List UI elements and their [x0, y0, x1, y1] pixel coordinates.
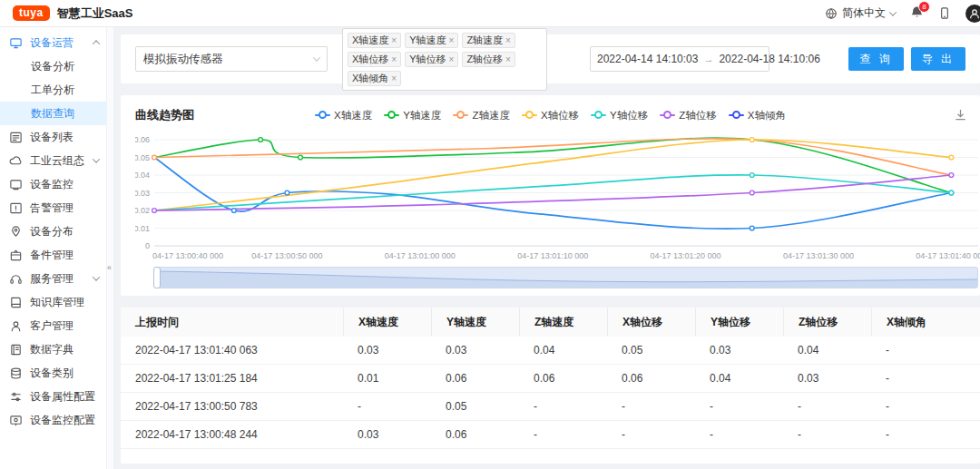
tag-remove-icon[interactable]: × — [449, 35, 455, 45]
tuya-logo[interactable]: tuya ◌ — [13, 5, 50, 21]
metric-tag[interactable]: X轴速度× — [348, 33, 401, 48]
sidebar-item-workorder-analysis[interactable]: 工单分析 — [0, 78, 106, 102]
svg-text:0: 0 — [145, 241, 150, 250]
sidebar-collapse-handle[interactable]: « — [106, 27, 113, 469]
table-cell: - — [695, 400, 783, 413]
column-header: Y轴速度 — [431, 308, 519, 337]
sidebar-item-device-monitor-config[interactable]: 设备监控配置 — [0, 408, 106, 432]
chart-legend: X轴速度 Y轴速度 Z轴速度 X轴位移 Y轴位移 Z轴位移 X轴倾角 — [121, 104, 980, 126]
sidebar-item-label: 工单分析 — [31, 83, 74, 98]
topbar-actions: 简体中文 8 — [825, 5, 971, 23]
table-cell: 0.03 — [783, 372, 871, 385]
trend-chart-svg: 00.010.020.030.040.050.0604-17 13:00:40 … — [135, 126, 980, 264]
sidebar-item-alarm-management[interactable]: 告警管理 — [0, 196, 106, 220]
table-row[interactable]: 2022-04-17 13:00:48 2440.030.06----- — [121, 421, 980, 449]
table-cell: - — [783, 400, 871, 413]
sidebar-item-device-monitor[interactable]: 设备监控 — [0, 172, 106, 196]
query-button[interactable]: 查 询 — [848, 47, 903, 71]
legend-label: X轴位移 — [541, 109, 579, 122]
notifications-button[interactable]: 8 — [910, 5, 924, 22]
table-cell: - — [607, 400, 695, 413]
legend-item[interactable]: X轴位移 — [522, 109, 579, 122]
table-cell: 0.03 — [695, 344, 783, 357]
language-switcher[interactable]: 简体中文 — [825, 5, 896, 21]
sidebar-item-device-analysis[interactable]: 设备分析 — [0, 54, 106, 78]
chevron-down-icon — [313, 54, 320, 61]
tag-remove-icon[interactable]: × — [391, 73, 397, 83]
datazoom-slider[interactable] — [154, 267, 978, 288]
metric-multiselect[interactable]: X轴速度×Y轴速度×Z轴速度×X轴位移×Y轴位移×Z轴位移×X轴倾角× — [342, 28, 547, 91]
table-cell: 0.06 — [607, 372, 695, 385]
app-title: 智慧工业SaaS — [57, 5, 133, 22]
tag-remove-icon[interactable]: × — [391, 35, 397, 45]
legend-item[interactable]: X轴速度 — [315, 109, 372, 122]
sidebar-item-knowledge-base[interactable]: 知识库管理 — [0, 290, 106, 314]
notification-badge: 8 — [918, 1, 930, 13]
metric-tag-label: Y轴速度 — [409, 34, 446, 47]
table-row[interactable]: 2022-04-17 13:01:25 1840.010.060.060.060… — [121, 365, 980, 393]
metric-tag[interactable]: X轴位移× — [348, 52, 401, 67]
device-monitor-icon — [9, 178, 23, 191]
sidebar-item-industrial-cloud-scada[interactable]: 工业云组态 — [0, 149, 106, 172]
table-row[interactable]: 2022-04-17 13:01:40 0630.030.030.040.050… — [121, 337, 980, 365]
download-icon[interactable] — [954, 108, 967, 122]
metric-tag[interactable]: X轴倾角× — [348, 71, 401, 86]
sidebar-item-label: 数据字典 — [30, 342, 74, 357]
sidebar-item-device-distribution[interactable]: 设备分布 — [0, 220, 106, 243]
table-row[interactable]: 2022-04-17 13:00:50 783-0.05----- — [121, 393, 980, 421]
table-cell: - — [783, 428, 871, 441]
sidebar-item-spare-parts[interactable]: 备件管理 — [0, 243, 106, 267]
table-cell: - — [343, 400, 431, 413]
column-header: Z轴速度 — [519, 308, 607, 337]
data-table: 上报时间X轴速度Y轴速度Z轴速度X轴位移Y轴位移Z轴位移X轴倾角2022-04-… — [121, 308, 980, 449]
legend-item[interactable]: Y轴位移 — [591, 109, 648, 122]
tag-remove-icon[interactable]: × — [505, 54, 511, 64]
service-management-icon — [9, 272, 23, 286]
legend-item[interactable]: Y轴速度 — [384, 109, 441, 122]
avatar[interactable] — [965, 5, 980, 23]
data-table-card: 上报时间X轴速度Y轴速度Z轴速度X轴位移Y轴位移Z轴位移X轴倾角2022-04-… — [121, 308, 980, 464]
legend-marker-icon — [522, 111, 537, 120]
sidebar-item-service-management[interactable]: 服务管理 — [0, 267, 106, 290]
column-header: X轴倾角 — [871, 308, 980, 337]
metric-tag[interactable]: Y轴位移× — [405, 52, 458, 67]
sidebar-item-data-query[interactable]: 数据查询 — [0, 102, 106, 125]
table-cell: - — [871, 400, 980, 413]
logo-text: tuya — [19, 6, 44, 19]
metric-tag[interactable]: Z轴速度× — [462, 33, 515, 48]
legend-item[interactable]: Z轴速度 — [453, 109, 510, 122]
metric-tag[interactable]: Y轴速度× — [405, 33, 458, 48]
table-cell: 0.04 — [783, 344, 871, 357]
knowledge-base-icon — [9, 296, 23, 309]
svg-text:0.06: 0.06 — [135, 135, 150, 144]
datazoom-left-handle[interactable] — [153, 267, 161, 288]
tag-remove-icon[interactable]: × — [505, 35, 511, 45]
export-button[interactable]: 导 出 — [911, 47, 965, 71]
device-list-icon — [9, 131, 23, 144]
device-select[interactable]: 模拟振动传感器 — [135, 46, 328, 72]
legend-marker-icon — [729, 111, 744, 120]
sidebar-item-device-attribute-config[interactable]: 设备属性配置 — [0, 385, 106, 408]
sidebar-item-label: 设备属性配置 — [30, 389, 95, 405]
date-range-picker[interactable]: 2022-04-14 14:10:03 → 2022-04-18 14:10:0… — [590, 46, 769, 72]
metric-tag[interactable]: Z轴位移× — [462, 52, 515, 67]
sidebar-item-data-dictionary[interactable]: 数据字典 — [0, 337, 106, 361]
sidebar-item-label: 数据查询 — [31, 106, 74, 122]
legend-item[interactable]: X轴倾角 — [729, 109, 786, 122]
device-operation-icon — [9, 36, 23, 50]
tag-remove-icon[interactable]: × — [391, 54, 397, 64]
sidebar-item-label: 设备监控配置 — [30, 413, 95, 428]
tag-remove-icon[interactable]: × — [449, 54, 455, 64]
filter-bar: 模拟振动传感器 X轴速度×Y轴速度×Z轴速度×X轴位移×Y轴位移×Z轴位移×X轴… — [121, 34, 980, 83]
legend-label: Z轴速度 — [472, 109, 510, 122]
table-cell: - — [871, 372, 980, 385]
legend-item[interactable]: Z轴位移 — [660, 109, 717, 122]
chevron-down-icon — [93, 273, 100, 280]
legend-marker-icon — [315, 111, 330, 120]
sidebar-item-device-operation[interactable]: 设备运营 — [0, 31, 106, 54]
column-header: Z轴位移 — [783, 308, 871, 337]
sidebar-item-customer-management[interactable]: 客户管理 — [0, 314, 106, 337]
sidebar-item-device-list[interactable]: 设备列表 — [0, 125, 106, 149]
mobile-icon[interactable] — [938, 6, 951, 20]
sidebar-item-device-category[interactable]: 设备类别 — [0, 361, 106, 385]
